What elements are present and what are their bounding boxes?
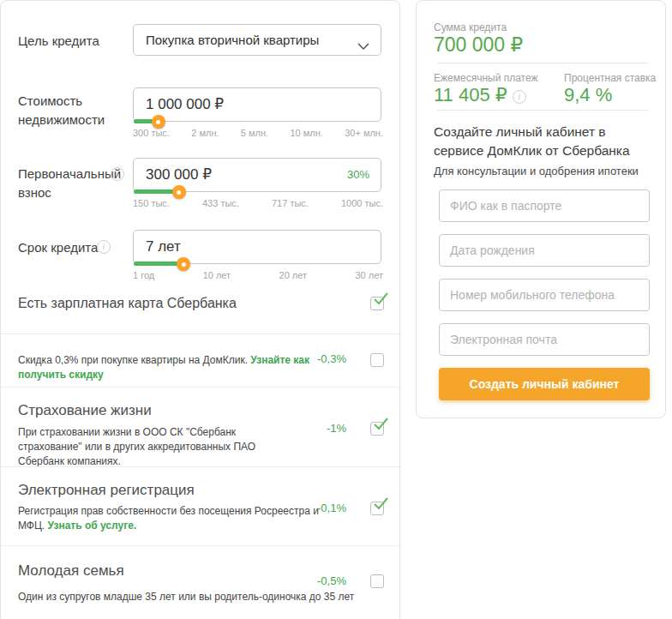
- domclick-discount-text: Скидка 0,3% при покупке квартиры на ДомК…: [18, 353, 320, 382]
- cost-slider-handle[interactable]: [152, 115, 165, 129]
- monthly-payment-label: Ежемесячный платеж: [434, 72, 538, 84]
- tick-label: 30 лет: [355, 270, 383, 280]
- tick-label: 5 млн.: [241, 128, 268, 138]
- down-payment-slider-ticks: 150 тыс. 433 тыс. 717 тыс. 1000 тыс.: [133, 198, 383, 208]
- salary-card-label: Есть зарплатная карта Сбербанка: [18, 296, 237, 311]
- down-payment-input[interactable]: 300 000 ₽ 30%: [133, 158, 381, 192]
- checkmark-icon: [373, 497, 388, 510]
- create-account-button[interactable]: Создать личный кабинет: [439, 368, 650, 400]
- salary-card-checkbox[interactable]: [370, 297, 384, 310]
- info-icon[interactable]: i: [513, 90, 526, 104]
- young-family-title: Молодая семья: [18, 562, 124, 580]
- life-insurance-description: При страховании жизни в ООО СК "Сбербанк…: [18, 425, 285, 469]
- term-label: Срок кредита: [18, 238, 98, 257]
- tick-label: 10 лет: [203, 270, 231, 280]
- goal-select[interactable]: Покупка вторичной квартиры: [133, 24, 381, 56]
- tick-label: 20 лет: [279, 270, 308, 280]
- e-registration-link[interactable]: Узнать об услуге.: [48, 520, 137, 532]
- chevron-down-icon: [357, 38, 369, 53]
- interest-rate-label: Процентная ставка: [564, 72, 656, 84]
- tick-label: 433 тыс.: [202, 198, 239, 208]
- signup-subtitle: Для консультации и одобрения ипотеки: [434, 165, 639, 177]
- term-input[interactable]: 7 лет: [133, 230, 381, 264]
- young-family-checkbox[interactable]: [370, 574, 384, 588]
- calculator-panel: Цель кредита Покупка вторичной квартиры …: [0, 0, 400, 619]
- tick-label: 2 млн.: [191, 128, 219, 138]
- e-registration-discount-value: -0,1%: [317, 502, 346, 514]
- domclick-discount-checkbox[interactable]: [370, 353, 384, 367]
- full-name-field[interactable]: [439, 189, 650, 222]
- interest-rate-value: 9,4 %: [564, 84, 612, 106]
- cost-label: Стоимость недвижимости: [18, 92, 128, 129]
- term-value: 7 лет: [146, 231, 181, 263]
- down-payment-percent: 30%: [347, 159, 369, 191]
- e-registration-checkbox[interactable]: [370, 502, 384, 515]
- tick-label: 30+ млн.: [345, 128, 383, 138]
- goal-select-value: Покупка вторичной квартиры: [146, 25, 319, 55]
- domclick-discount-description: Скидка 0,3% при покупке квартиры на ДомК…: [18, 354, 248, 366]
- cost-input[interactable]: 1 000 000 ₽: [133, 87, 381, 122]
- loan-amount-value: 700 000 ₽: [434, 33, 523, 57]
- email-field[interactable]: [439, 323, 650, 356]
- summary-panel: Сумма кредита 700 000 ₽ Ежемесячный плат…: [416, 0, 666, 418]
- life-insurance-title: Страхование жизни: [18, 402, 152, 419]
- tick-label: 1000 тыс.: [341, 198, 383, 208]
- divider: [1, 387, 401, 388]
- tick-label: 717 тыс.: [272, 198, 309, 208]
- checkmark-icon: [373, 418, 388, 430]
- mortgage-calculator-page: Цель кредита Покупка вторичной квартиры …: [0, 0, 672, 619]
- divider: [437, 110, 648, 111]
- down-payment-label: Первоначальный взнос: [18, 165, 123, 202]
- divider: [1, 334, 401, 334]
- loan-amount-label: Сумма кредита: [434, 21, 507, 33]
- tick-label: 1 год: [133, 270, 154, 280]
- tick-label: 150 тыс.: [133, 198, 170, 208]
- young-family-discount-value: -0,5%: [317, 574, 346, 587]
- info-icon[interactable]: i: [111, 167, 124, 181]
- checkmark-icon: [373, 292, 388, 305]
- birth-date-field[interactable]: [439, 234, 650, 267]
- goal-label: Цель кредита: [18, 32, 99, 51]
- divider: [1, 466, 401, 467]
- divider: [1, 545, 401, 546]
- young-family-description: Один из супругов младше 35 лет или вы ро…: [18, 590, 378, 604]
- down-payment-slider-handle[interactable]: [172, 185, 186, 199]
- e-registration-title: Электронная регистрация: [18, 482, 195, 499]
- monthly-payment-amount: 11 405 ₽: [434, 84, 507, 105]
- tick-label: 300 тыс.: [133, 128, 170, 138]
- signup-title: Создайте личный кабинет в сервисе ДомКли…: [434, 123, 658, 160]
- term-slider-handle[interactable]: [177, 257, 190, 271]
- life-insurance-checkbox[interactable]: [370, 422, 384, 436]
- e-registration-description: Регистрация прав собственности без посещ…: [18, 504, 320, 533]
- cost-slider-ticks: 300 тыс. 2 млн. 5 млн. 10 млн. 30+ млн.: [133, 128, 383, 138]
- monthly-payment-value: 11 405 ₽i: [434, 84, 526, 106]
- phone-field[interactable]: [439, 279, 650, 311]
- domclick-discount-value: -0,3%: [317, 352, 346, 365]
- term-slider-ticks: 1 год 10 лет 20 лет 30 лет: [133, 270, 383, 280]
- tick-label: 10 млн.: [290, 128, 322, 138]
- life-insurance-discount-value: -1%: [327, 422, 346, 435]
- info-icon[interactable]: i: [97, 240, 111, 254]
- divider: [437, 63, 648, 63]
